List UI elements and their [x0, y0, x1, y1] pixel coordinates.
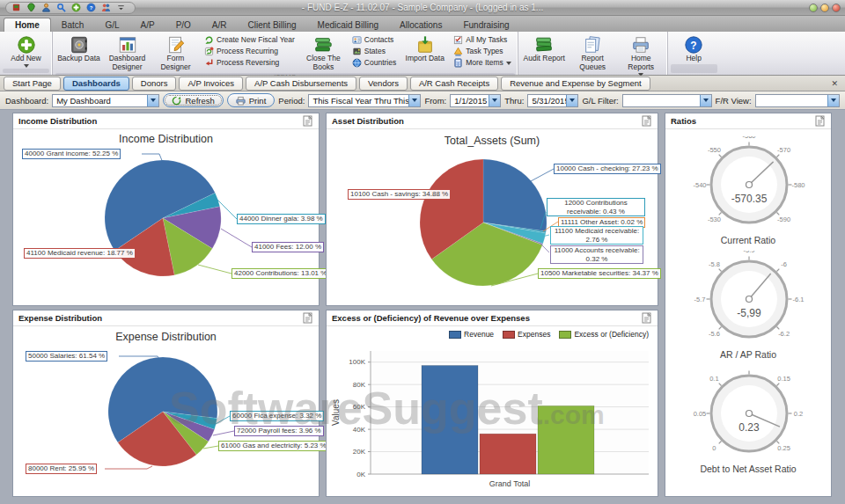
fr-view-select[interactable] — [755, 94, 840, 107]
add-new-icon[interactable] — [71, 3, 81, 12]
create-new-fiscal-year-button[interactable]: Create New Fiscal Year — [202, 34, 297, 45]
dashboard-area: Income Distribution Income Distribution … — [0, 110, 845, 504]
y-axis-tick: 20K — [353, 448, 366, 456]
export-panel-icon[interactable] — [303, 312, 313, 324]
import-data-button[interactable]: Import Data — [400, 33, 449, 73]
backup-data-button[interactable]: Backup Data — [55, 33, 103, 73]
from-date-field[interactable]: 1/1/2015 — [450, 94, 501, 107]
period-select-dropdown[interactable] — [408, 95, 420, 106]
process-recurring-button[interactable]: Process Recurring — [202, 46, 297, 56]
y-axis-tick: 80K — [353, 381, 366, 389]
close-books-icon — [313, 35, 333, 55]
ribbon-tab-a-r[interactable]: A/R — [202, 18, 238, 32]
doc-tab-a-p-cash-disbursements[interactable]: A/P Cash Disbursements — [246, 77, 356, 91]
users-icon[interactable] — [101, 3, 111, 12]
minimize-button[interactable] — [809, 4, 818, 12]
ribbon-tab-home[interactable]: Home — [4, 18, 51, 32]
pie-label: 72000 Payroll fees: 3.96 % — [234, 426, 324, 436]
chart-title: Income Distribution — [13, 133, 319, 145]
doc-tab-a-p-invoices[interactable]: A/P Invoices — [179, 77, 243, 91]
legend-item[interactable]: Revenue — [449, 330, 494, 339]
callout-line — [531, 169, 554, 181]
button-label: Home Reports — [618, 55, 665, 72]
all-my-tasks-button[interactable]: All My Tasks — [452, 34, 513, 45]
gauge-tick-label: -6.2 — [778, 330, 790, 338]
doc-tab-dashboards[interactable]: Dashboards — [63, 77, 129, 91]
thru-date-dropdown[interactable] — [566, 95, 577, 106]
dashboard-select[interactable]: My Dashboard — [52, 94, 159, 107]
process-reversing-button[interactable]: Process Reversing — [202, 57, 297, 68]
form-designer-button[interactable]: Form Designer — [151, 33, 200, 73]
refresh-button[interactable]: Refresh — [163, 93, 223, 107]
doc-tab-donors[interactable]: Donors — [132, 77, 177, 91]
help-button[interactable]: ?Help — [670, 33, 718, 64]
doc-tab-start-page[interactable]: Start Page — [4, 77, 61, 91]
toolbar-options-icon[interactable] — [116, 3, 126, 12]
dashboard-select-dropdown[interactable] — [147, 95, 158, 106]
thru-label: Thru: — [504, 96, 524, 106]
add-new-button[interactable]: Add New — [2, 33, 50, 69]
audit-report-icon — [534, 35, 554, 55]
fr-view-value — [756, 95, 827, 106]
pie-slice[interactable] — [483, 159, 547, 231]
countries-button[interactable]: Countries — [350, 57, 398, 68]
doc-tab-a-r-cash-receipts[interactable]: A/R Cash Receipts — [410, 77, 498, 91]
ribbon-tab-allocations[interactable]: Allocations — [389, 18, 452, 32]
panel-header: Excess or (Deficiency) of Revenue over E… — [327, 310, 658, 326]
ribbon-tab-g-l[interactable]: G/L — [94, 18, 129, 32]
doc-tab-vendors[interactable]: Vendors — [359, 77, 408, 91]
gauge-tick-label: -570 — [777, 146, 790, 154]
process-recurring-icon — [204, 47, 214, 56]
search-icon[interactable] — [56, 3, 66, 12]
ribbon-group: Add New — [0, 32, 52, 75]
legend-item[interactable]: Excess or (Deficiency) — [559, 330, 649, 339]
audit-report-button[interactable]: Audit Report — [520, 33, 569, 77]
fr-view-label: F/R View: — [716, 96, 752, 106]
thru-date-field[interactable]: 5/31/2015 — [527, 94, 578, 107]
gl-filter-select[interactable] — [622, 94, 712, 107]
user-icon[interactable] — [41, 3, 51, 12]
ribbon-tab-batch[interactable]: Batch — [51, 18, 95, 32]
bar-excess-or-deficiency-[interactable] — [538, 405, 594, 474]
panel-header: Asset Distribution — [327, 113, 658, 129]
app-icon[interactable] — [11, 3, 21, 12]
button-label: Report Queues — [569, 55, 616, 72]
pie-label: 10000 Cash - checking: 27.23 % — [554, 164, 661, 174]
ribbon-tab-a-p[interactable]: A/P — [130, 18, 165, 32]
print-button[interactable]: Print — [227, 93, 276, 107]
close-tab-icon[interactable]: ✕ — [827, 79, 841, 88]
bar-revenue[interactable] — [422, 366, 478, 475]
period-select[interactable]: This Fiscal Year Thru This Month — [308, 94, 421, 107]
ribbon-tab-fundraising[interactable]: Fundraising — [452, 18, 519, 32]
from-date-dropdown[interactable] — [489, 95, 500, 106]
more-items-icon — [453, 58, 463, 68]
export-panel-icon[interactable] — [642, 115, 652, 127]
fr-view-dropdown[interactable] — [827, 95, 839, 106]
legend-item[interactable]: Expenses — [503, 330, 550, 339]
help-icon[interactable]: ? — [86, 3, 96, 12]
ribbon-tab-medicaid-billing[interactable]: Medicaid Billing — [307, 18, 389, 32]
ribbon-tab-client-billing[interactable]: Client Billing — [238, 18, 307, 32]
states-button[interactable]: States — [350, 46, 398, 56]
ribbon-tab-p-o[interactable]: P/O — [165, 18, 202, 32]
contacts-button[interactable]: Contacts — [350, 34, 398, 45]
gl-filter-dropdown[interactable] — [700, 95, 711, 106]
chevron-down-icon — [831, 99, 836, 102]
export-panel-icon[interactable] — [815, 115, 826, 127]
button-label: More Items — [466, 58, 503, 67]
report-queues-button[interactable]: Report Queues — [569, 33, 617, 77]
maximize-button[interactable] — [820, 4, 829, 12]
export-panel-icon[interactable] — [642, 312, 652, 324]
more-items-button[interactable]: More Items — [452, 57, 513, 68]
home-reports-button[interactable]: Home Reports — [617, 33, 665, 77]
button-label: Help — [686, 55, 701, 63]
close-the-books-button[interactable]: Close The Books — [299, 33, 348, 73]
dashboard-designer-button[interactable]: Dashboard Designer — [103, 33, 151, 73]
bar-expenses[interactable] — [480, 434, 536, 474]
backup-icon[interactable] — [26, 3, 36, 12]
doc-tab-revenue-and-expense-by-segment[interactable]: Revenue and Expense by Segment — [501, 77, 650, 91]
panel-title: Income Distribution — [18, 116, 97, 126]
export-panel-icon[interactable] — [303, 115, 313, 127]
close-button[interactable] — [832, 4, 841, 12]
task-types-button[interactable]: Task Types — [452, 46, 513, 56]
